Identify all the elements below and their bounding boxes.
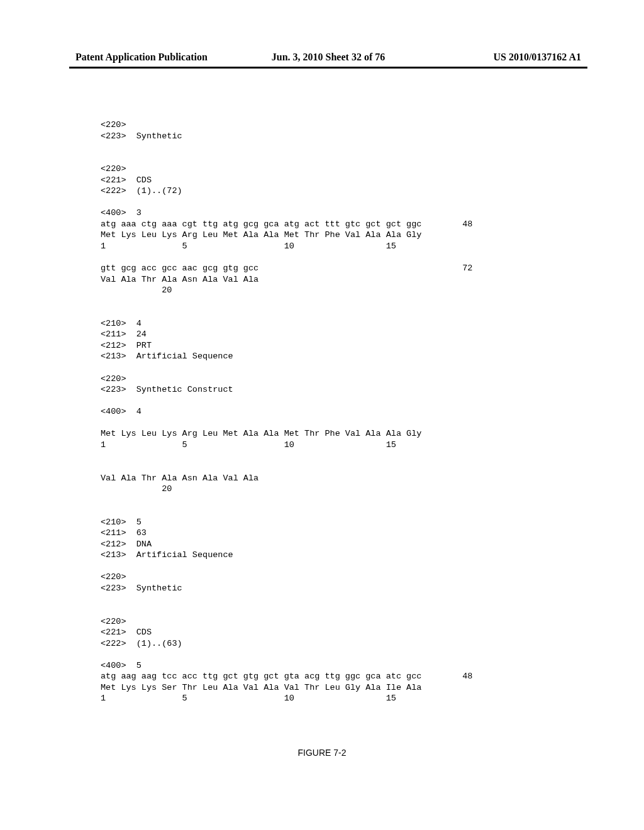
header-divider <box>69 67 587 69</box>
header-pub-number: US 2010/0137162 A1 <box>413 52 581 63</box>
figure-label: FIGURE 7-2 <box>0 748 644 758</box>
header-publication: Patent Application Publication <box>75 52 244 63</box>
page-header: Patent Application Publication Jun. 3, 2… <box>75 52 581 65</box>
sequence-listing-content: <220> <223> Synthetic <220> <221> CDS <2… <box>101 119 556 704</box>
header-date-sheet: Jun. 3, 2010 Sheet 32 of 76 <box>244 52 413 63</box>
